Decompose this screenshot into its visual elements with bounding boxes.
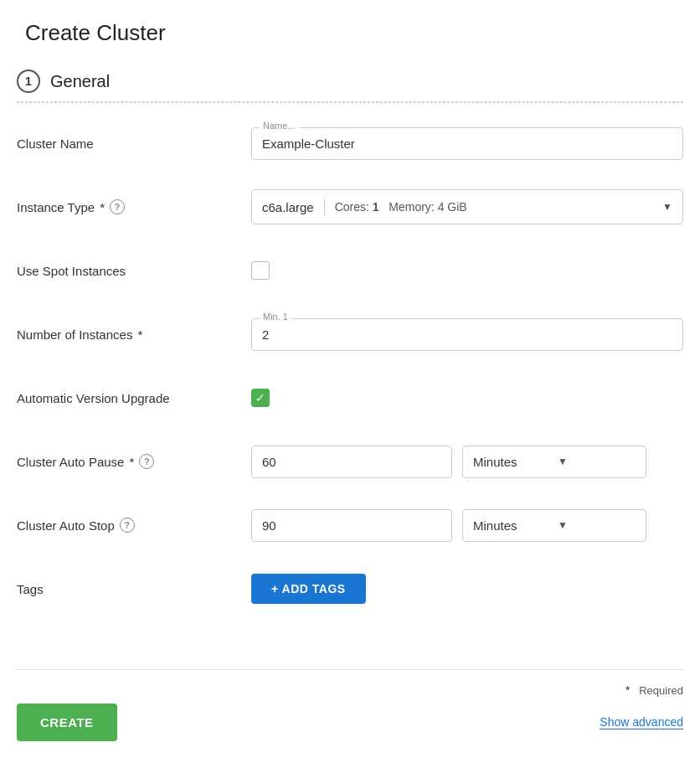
instance-meta: Cores: 1 Memory: 4 GiB [335, 200, 467, 214]
required-star: * [625, 683, 630, 697]
cluster-name-row: Cluster Name Name... [17, 123, 683, 163]
auto-version-checkbox[interactable]: ✓ [251, 389, 270, 407]
section-header: 1 General [17, 70, 683, 102]
create-button[interactable]: CREATE [17, 704, 117, 741]
auto-pause-control: Minutes ▼ [251, 446, 683, 478]
add-tags-button[interactable]: + ADD TAGS [251, 574, 366, 604]
footer-actions: CREATE Show advanced [17, 704, 683, 741]
tags-label: Tags [17, 582, 251, 596]
instance-type-value: c6a.large [262, 200, 314, 214]
auto-pause-row: Cluster Auto Pause * ? Minutes ▼ [17, 441, 683, 482]
auto-version-row: Automatic Version Upgrade ✓ [17, 378, 683, 418]
cluster-name-input[interactable] [251, 127, 683, 160]
auto-version-control: ✓ [251, 389, 683, 407]
required-note: * Required [17, 683, 683, 697]
auto-version-label: Automatic Version Upgrade [17, 391, 251, 405]
tags-row: Tags + ADD TAGS [17, 569, 683, 609]
cluster-name-float-label: Name... [260, 121, 299, 131]
num-instances-row: Number of Instances * Min. 1 [17, 314, 683, 354]
num-instances-input-wrapper: Min. 1 [251, 318, 683, 351]
use-spot-checkbox[interactable] [251, 261, 270, 280]
auto-pause-dropdown-arrow-icon: ▼ [558, 456, 636, 467]
cluster-name-control: Name... [251, 127, 683, 160]
auto-stop-control: Minutes ▼ [251, 509, 683, 542]
step-number: 1 [17, 70, 40, 93]
auto-stop-dropdown-arrow-icon: ▼ [558, 519, 636, 531]
auto-pause-help-icon[interactable]: ? [139, 454, 154, 469]
form-area: Cluster Name Name... Instance Type * ? c… [17, 103, 683, 652]
instance-divider [324, 198, 325, 215]
use-spot-row: Use Spot Instances [17, 250, 683, 291]
required-text: Required [639, 684, 683, 697]
auto-stop-label: Cluster Auto Stop ? [17, 518, 251, 533]
section-title: General [50, 72, 110, 91]
use-spot-control [251, 261, 683, 280]
num-instances-label: Number of Instances * [17, 327, 251, 342]
page-container: Create Cluster 1 General Cluster Name Na… [0, 0, 700, 768]
instance-type-control: c6a.large Cores: 1 Memory: 4 GiB ▼ [251, 189, 683, 224]
instance-dropdown-arrow-icon: ▼ [662, 201, 672, 213]
auto-stop-input[interactable] [251, 509, 452, 542]
page-title: Create Cluster [17, 20, 683, 46]
instance-type-row: Instance Type * ? c6a.large Cores: 1 Mem… [17, 187, 683, 227]
cluster-name-input-wrapper: Name... [251, 127, 683, 160]
auto-pause-label: Cluster Auto Pause * ? [17, 454, 251, 469]
instance-type-dropdown[interactable]: c6a.large Cores: 1 Memory: 4 GiB ▼ [251, 189, 683, 224]
num-instances-input[interactable] [251, 318, 683, 351]
num-instances-control: Min. 1 [251, 318, 683, 351]
tags-control: + ADD TAGS [251, 574, 683, 604]
auto-stop-help-icon[interactable]: ? [120, 518, 135, 533]
auto-pause-input[interactable] [251, 446, 452, 478]
instance-type-label: Instance Type * ? [17, 199, 251, 214]
use-spot-label: Use Spot Instances [17, 264, 251, 278]
auto-pause-unit-dropdown[interactable]: Minutes ▼ [462, 446, 646, 478]
footer-area: * Required CREATE Show advanced [17, 669, 683, 755]
instance-type-help-icon[interactable]: ? [110, 199, 125, 214]
checkmark-icon: ✓ [255, 391, 265, 405]
show-advanced-link[interactable]: Show advanced [600, 715, 683, 729]
cluster-name-label: Cluster Name [17, 137, 251, 151]
auto-stop-row: Cluster Auto Stop ? Minutes ▼ [17, 505, 683, 545]
auto-stop-unit-dropdown[interactable]: Minutes ▼ [462, 509, 646, 542]
num-instances-float-label: Min. 1 [260, 312, 291, 322]
